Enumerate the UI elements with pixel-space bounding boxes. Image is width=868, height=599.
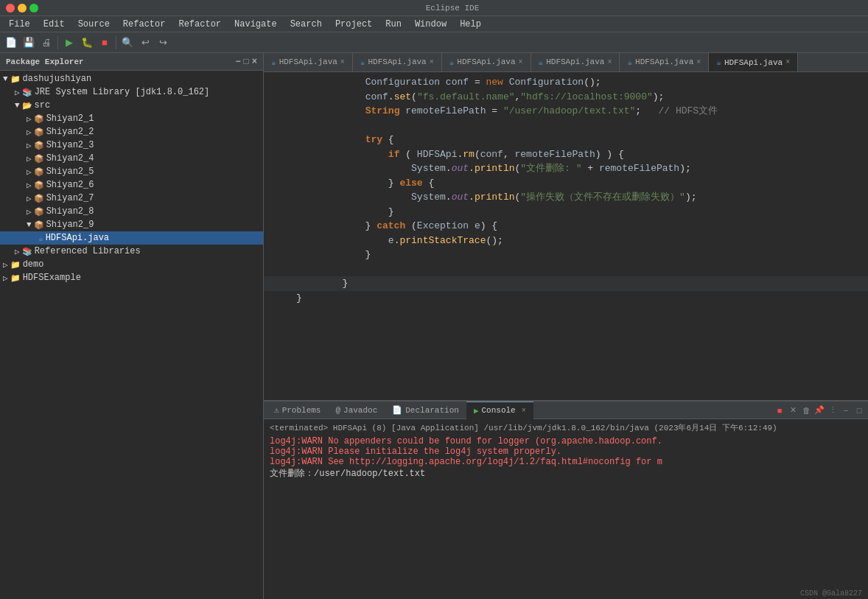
print-button[interactable]: 🖨 [38,35,55,51]
title-bar: Eclipse IDE [0,0,868,16]
tree-label: Referenced Libraries [35,246,141,256]
expand-icon: ▷ [27,207,32,217]
console-output[interactable]: <terminated> HDFSApi (8) [Java Applicati… [264,419,868,588]
remove-console-btn[interactable]: ✕ [787,404,799,416]
redo-button[interactable]: ↪ [155,35,171,51]
tree-item-shiyan2-7[interactable]: ▷ 📦 Shiyan2_7 [0,192,263,205]
menu-file[interactable]: File [3,18,36,31]
tree-item-hdfsexample[interactable]: ▷ 📁 HDFSExample [0,271,263,284]
tab-close-btn[interactable]: × [340,58,345,66]
tree-item-jre[interactable]: ▷ 📚 JRE System Library [jdk1.8.0_162] [0,85,263,99]
tree-item-referenced-libs[interactable]: ▷ 📚 Referenced Libraries [0,245,263,258]
tree-item-demo[interactable]: ▷ 📁 demo [0,258,263,271]
tree-item-shiyan2-2[interactable]: ▷ 📦 Shiyan2_2 [0,125,263,139]
tab-javadoc[interactable]: @ Javadoc [328,402,385,419]
window-controls[interactable] [6,4,38,13]
tree-item-shiyan2-6[interactable]: ▷ 📦 Shiyan2_6 [0,178,263,192]
more-console-btn[interactable]: ⋮ [827,404,839,416]
code-line: if ( HDFSApi.rm(conf, remoteFilePath) ) … [264,147,868,162]
line-content: } [293,276,351,291]
sidebar-controls[interactable]: − □ × [235,57,257,67]
code-line: System.out.println("操作失败（文件不存在或删除失败）"); [264,190,868,205]
maximize-panel-btn[interactable]: □ [853,404,865,416]
main-layout: Package Explorer − □ × ▼ 📁 dashujushiyan… [0,53,868,599]
tree-item-dashujushiyan[interactable]: ▼ 📁 dashujushiyan [0,72,263,85]
sidebar-maximize-btn[interactable]: □ [244,57,249,67]
run-button[interactable]: ▶ [61,35,77,51]
tab-close-btn[interactable]: × [696,58,701,66]
line-content: } [293,291,305,306]
stop-button[interactable]: ■ [97,35,113,51]
code-line: try { [264,133,868,147]
tree-item-hdfsapi[interactable]: ☕ HDFSApi.java [0,231,263,245]
menu-refactor1[interactable]: Refactor [117,18,172,31]
clear-console-btn[interactable]: 🗑 [800,404,812,416]
tree-item-src[interactable]: ▼ 📂 src [0,99,263,112]
tab-close-btn[interactable]: × [607,58,612,66]
menu-refactor2[interactable]: Refactor [172,18,227,31]
sidebar-title: Package Explorer [6,57,84,66]
tab-label: Javadoc [343,406,377,415]
tab-1[interactable]: ☕ HDFSApi.java × [264,53,353,71]
tree-item-shiyan2-8[interactable]: ▷ 📦 Shiyan2_8 [0,205,263,218]
tree-label: Shiyan2_1 [46,113,94,124]
menu-search[interactable]: Search [284,18,328,31]
tab-icon: ☕ [360,57,365,67]
console-controls[interactable]: ■ ✕ 🗑 📌 ⋮ − □ [774,404,865,416]
tree-item-shiyan2-1[interactable]: ▷ 📦 Shiyan2_1 [0,112,263,125]
undo-button[interactable]: ↩ [137,35,153,51]
menu-project[interactable]: Project [329,18,378,31]
tree-label: Shiyan2_2 [46,127,94,137]
minimize-panel-btn[interactable]: − [840,404,852,416]
menu-source[interactable]: Source [72,18,116,31]
tab-6-active[interactable]: ☕ HDFSApi.java × [709,53,798,71]
tab-close-btn[interactable]: × [430,58,434,66]
console-output-line: 文件删除：/user/hadoop/text.txt [270,467,862,480]
console-warn-line-2: log4j:WARN Please initialize the log4j s… [270,446,862,457]
expand-icon: ▷ [27,114,32,124]
tree-item-shiyan2-5[interactable]: ▷ 📦 Shiyan2_5 [0,165,263,178]
tab-3[interactable]: ☕ HDFSApi.java × [442,53,531,71]
tree-label: Shiyan2_3 [46,140,94,150]
tree-label: Shiyan2_8 [46,206,94,217]
tree-item-shiyan2-3[interactable]: ▷ 📦 Shiyan2_3 [0,139,263,152]
tab-problems[interactable]: ⚠ Problems [267,402,328,419]
tab-icon: ☕ [539,57,544,67]
code-editor[interactable]: Configuration conf = new Configuration()… [264,72,868,400]
line-content: } catch (Exception e) { [293,219,500,234]
close-button[interactable] [6,4,15,13]
code-line: Configuration conf = new Configuration()… [264,75,868,90]
sidebar-minimize-btn[interactable]: − [235,57,240,67]
java-file-icon: ☕ [38,234,43,243]
debug-button[interactable]: 🐛 [79,35,95,51]
menu-help[interactable]: Help [454,18,487,31]
menu-run[interactable]: Run [379,18,407,31]
menu-edit[interactable]: Edit [38,18,71,31]
tree-label: dashujushiyan [23,74,92,84]
tab-close-btn[interactable]: × [522,407,526,415]
tab-declaration[interactable]: 📄 Declaration [385,402,466,419]
tree-item-shiyan2-4[interactable]: ▷ 📦 Shiyan2_4 [0,152,263,165]
menu-window[interactable]: Window [409,18,452,31]
package-explorer-tree[interactable]: ▼ 📁 dashujushiyan ▷ 📚 JRE System Library… [0,71,263,599]
pin-console-btn[interactable]: 📌 [813,404,825,416]
search-button[interactable]: 🔍 [119,35,136,51]
save-button[interactable]: 💾 [21,35,37,51]
window-title: Eclipse IDE [43,4,862,13]
tab-5[interactable]: ☕ HDFSApi.java × [620,53,709,71]
stop-console-btn[interactable]: ■ [774,404,785,416]
code-line: } catch (Exception e) { [264,219,868,234]
minimize-button[interactable] [18,4,27,13]
tab-console[interactable]: ▶ Console × [466,402,533,419]
tab-icon: ☕ [716,57,721,67]
tab-4[interactable]: ☕ HDFSApi.java × [531,53,620,71]
sidebar-close-btn[interactable]: × [252,57,257,67]
tab-2[interactable]: ☕ HDFSApi.java × [353,53,442,71]
maximize-button[interactable] [29,4,38,13]
tree-item-shiyan2-9[interactable]: ▼ 📦 Shiyan2_9 [0,218,263,231]
menu-navigate[interactable]: Navigate [228,18,283,31]
package-icon: 📦 [34,114,44,124]
tab-close-btn[interactable]: × [785,58,790,66]
tab-close-btn[interactable]: × [519,58,523,66]
new-button[interactable]: 📄 [3,35,19,51]
